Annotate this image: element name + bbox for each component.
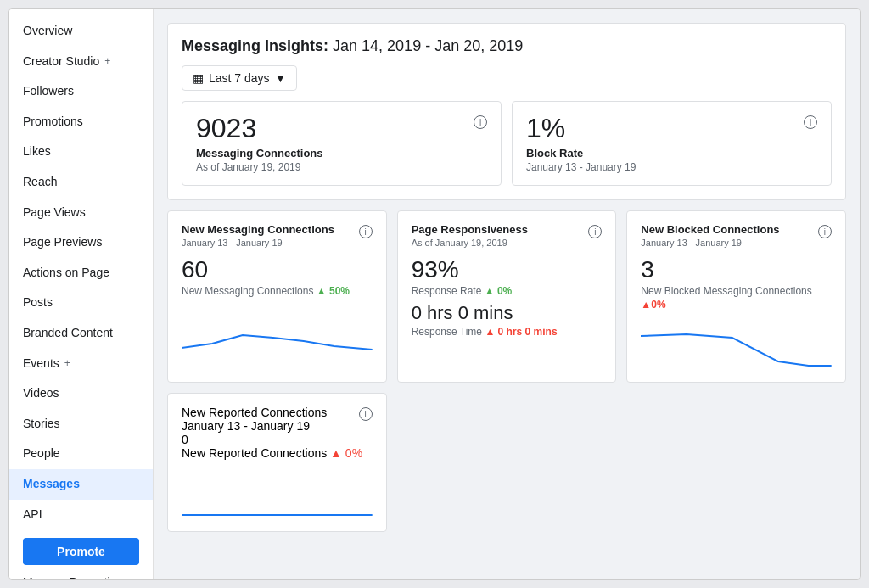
bottom-row: New Reported Connections January 13 - Ja… [167, 393, 846, 532]
page-header: Messaging Insights: Jan 14, 2019 - Jan 2… [167, 23, 846, 200]
new-blocked-value: 3 [641, 256, 832, 283]
new-blocked-desc: New Blocked Messaging Connections [641, 285, 832, 297]
messaging-connections-card: i 9023 Messaging Connections As of Janua… [182, 101, 502, 186]
sidebar-item-videos[interactable]: Videos [9, 378, 153, 409]
new-messaging-change: ▲ 50% [317, 285, 350, 297]
dropdown-icon: ▼ [275, 71, 287, 85]
connections-value: 9023 [196, 114, 487, 143]
sidebar: Overview Creator Studio + Followers Prom… [9, 9, 154, 579]
new-reported-change: ▲ 0% [330, 446, 362, 460]
info-icon-new-messaging[interactable]: i [359, 225, 373, 238]
new-reported-chart [182, 468, 373, 519]
events-expand-icon: + [64, 356, 70, 371]
new-reported-card: New Reported Connections January 13 - Ja… [167, 393, 387, 532]
block-rate-value: 1% [526, 114, 817, 143]
response-rate-desc: Response Rate ▲ 0% [412, 285, 603, 297]
summary-cards: i 9023 Messaging Connections As of Janua… [182, 101, 832, 186]
date-filter-button[interactable]: ▦ Last 7 days ▼ [182, 65, 297, 91]
sidebar-item-page-views[interactable]: Page Views [9, 198, 153, 228]
new-reported-date: January 13 - January 19 [182, 419, 327, 433]
manage-promotions-link[interactable]: Manage Promotions [23, 572, 139, 579]
sidebar-item-messages[interactable]: Messages [9, 469, 153, 500]
sidebar-item-page-previews[interactable]: Page Previews [9, 227, 153, 258]
info-icon-reported[interactable]: i [359, 407, 373, 421]
promote-button[interactable]: Promote [23, 538, 139, 565]
response-rate-value: 93% [412, 256, 603, 283]
sidebar-item-api[interactable]: API [9, 500, 153, 530]
new-reported-title: New Reported Connections [182, 406, 327, 419]
expand-icon: + [104, 54, 110, 69]
info-icon-blocked[interactable]: i [818, 225, 832, 238]
new-reported-desc: New Reported Connections ▲ 0% [182, 446, 373, 460]
sidebar-item-likes[interactable]: Likes [9, 137, 153, 167]
main-content: Messaging Insights: Jan 14, 2019 - Jan 2… [154, 9, 860, 579]
sidebar-item-posts[interactable]: Posts [9, 288, 153, 318]
new-messaging-chart [182, 305, 373, 356]
app-container: Overview Creator Studio + Followers Prom… [8, 8, 861, 580]
sidebar-item-branded-content[interactable]: Branded Content [9, 318, 153, 349]
page-title: Messaging Insights: Jan 14, 2019 - Jan 2… [182, 37, 832, 55]
new-blocked-chart [641, 319, 832, 370]
sidebar-item-actions-on-page[interactable]: Actions on Page [9, 258, 153, 288]
response-time-value: 0 hrs 0 mins [412, 302, 603, 324]
new-messaging-value: 60 [182, 256, 373, 283]
empty-card-1 [397, 393, 617, 532]
new-messaging-card: New Messaging Connections January 13 - J… [167, 210, 387, 383]
calendar-icon: ▦ [193, 71, 204, 85]
response-time-desc: Response Time ▲ 0 hrs 0 mins [412, 326, 603, 338]
page-responsiveness-date: As of January 19, 2019 [412, 238, 528, 248]
block-rate-sublabel: January 13 - January 19 [526, 161, 817, 173]
metrics-grid: New Messaging Connections January 13 - J… [167, 210, 846, 383]
sidebar-item-creator-studio[interactable]: Creator Studio + [9, 47, 153, 77]
new-reported-value: 0 [182, 433, 373, 446]
info-icon-responsiveness[interactable]: i [588, 225, 602, 238]
connections-label: Messaging Connections [196, 147, 487, 160]
sidebar-item-overview[interactable]: Overview [9, 16, 153, 47]
block-rate-card: i 1% Block Rate January 13 - January 19 [512, 101, 832, 186]
response-rate-change: ▲ 0% [485, 285, 513, 297]
sidebar-item-people[interactable]: People [9, 439, 153, 469]
sidebar-item-reach[interactable]: Reach [9, 167, 153, 198]
new-messaging-date: January 13 - January 19 [182, 238, 334, 248]
new-messaging-title: New Messaging Connections [182, 223, 334, 236]
page-responsiveness-card: Page Responsiveness As of January 19, 20… [397, 210, 617, 383]
info-icon-connections[interactable]: i [474, 115, 487, 129]
response-time-change: ▲ 0 hrs 0 mins [485, 326, 557, 338]
sidebar-item-promotions[interactable]: Promotions [9, 107, 153, 137]
sidebar-item-followers[interactable]: Followers [9, 76, 153, 107]
empty-card-2 [626, 393, 846, 532]
block-rate-label: Block Rate [526, 147, 817, 160]
new-messaging-desc: New Messaging Connections ▲ 50% [182, 285, 373, 297]
new-blocked-date: January 13 - January 19 [641, 238, 779, 248]
connections-sublabel: As of January 19, 2019 [196, 161, 487, 173]
info-icon-block-rate[interactable]: i [804, 115, 817, 129]
sidebar-item-events[interactable]: Events + [9, 349, 153, 379]
sidebar-item-stories[interactable]: Stories [9, 409, 153, 440]
new-blocked-change: ▲0% [641, 299, 665, 311]
new-blocked-card: New Blocked Connections January 13 - Jan… [626, 210, 846, 383]
page-responsiveness-title: Page Responsiveness [412, 223, 528, 236]
new-blocked-title: New Blocked Connections [641, 223, 779, 236]
